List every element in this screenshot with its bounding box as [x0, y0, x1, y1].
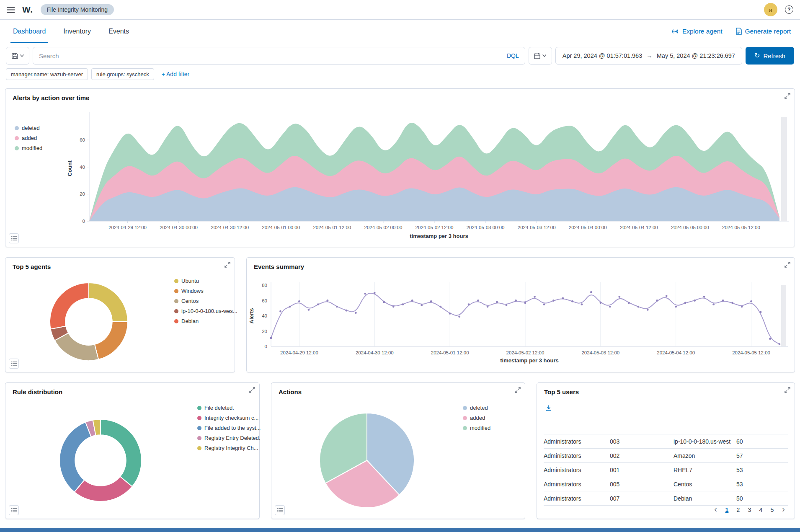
date-picker-button[interactable] — [529, 47, 552, 65]
legend-item[interactable]: deleted — [463, 405, 490, 411]
date-range-start[interactable]: Apr 29, 2024 @ 01:57:01.963 — [563, 52, 642, 59]
page-2-button[interactable]: 2 — [733, 504, 743, 515]
alerts-by-action-area-chart: 02040602024-04-29 12:002024-04-30 00:002… — [5, 89, 795, 247]
add-filter-button[interactable]: + Add filter — [162, 71, 190, 77]
panel-row-2: Top 5 agents UbuntuWindowsCentosip-10-0-… — [5, 257, 795, 372]
expand-icon[interactable] — [224, 261, 231, 269]
chevron-left-icon[interactable]: ‹ — [710, 504, 721, 515]
svg-text:2024-05-05 00:00: 2024-05-05 00:00 — [671, 225, 709, 230]
legend-toggle-icon[interactable] — [9, 505, 19, 515]
legend-item[interactable]: Windows — [174, 288, 237, 294]
help-icon[interactable]: ? — [785, 5, 793, 14]
legend-item[interactable]: modified — [463, 425, 490, 431]
svg-text:40: 40 — [262, 313, 267, 318]
legend-swatch-icon — [15, 136, 19, 140]
legend-item[interactable]: Ubuntu — [174, 278, 237, 284]
svg-text:2024-05-03 12:00: 2024-05-03 12:00 — [581, 350, 619, 355]
table-cell: Administrators — [544, 452, 610, 459]
module-tabs-bar: Dashboard Inventory Events Explore agent… — [0, 20, 800, 43]
legend-label: ip-10-0-0-180.us-wes... — [181, 308, 237, 314]
legend-toggle-icon[interactable] — [9, 233, 19, 243]
filter-pill-manager-name[interactable]: manager.name: wazuh-server — [6, 68, 88, 80]
panel-top-5-users: Top 5 users Administrators003ip-10-0-0-1… — [537, 382, 795, 519]
expand-icon[interactable] — [249, 387, 255, 395]
table-cell: Administrators — [544, 495, 610, 502]
page-5-button[interactable]: 5 — [767, 504, 777, 515]
legend-toggle-icon[interactable] — [275, 505, 285, 515]
filter-pill-rule-groups[interactable]: rule.groups: syscheck — [91, 68, 154, 80]
explore-agent-link[interactable]: Explore agent — [671, 28, 723, 35]
wazuh-logo[interactable]: W. — [22, 5, 33, 15]
legend-item[interactable]: added — [15, 135, 42, 141]
panel-rule-distribution: Rule distribution File deleted.Integrity… — [5, 382, 260, 519]
legend-item[interactable]: File deleted. — [197, 405, 261, 411]
saved-queries-button[interactable] — [6, 47, 29, 65]
table-row: Administrators001RHEL753 — [544, 463, 788, 477]
table-cell: 50 — [736, 495, 761, 502]
legend-item[interactable]: Debian — [174, 318, 237, 324]
refresh-button[interactable]: ↻ Refresh — [746, 47, 794, 65]
legend-label: Ubuntu — [181, 278, 199, 284]
legend-label: File added to the syst... — [204, 425, 261, 431]
svg-text:20: 20 — [262, 329, 267, 334]
svg-text:0: 0 — [265, 344, 267, 349]
table-row: Administrators002Amazon57 — [544, 449, 788, 463]
legend-item[interactable]: File added to the syst... — [197, 425, 261, 431]
table-cell: RHEL7 — [674, 467, 736, 473]
expand-icon[interactable] — [784, 387, 791, 395]
svg-text:2024-05-05 12:00: 2024-05-05 12:00 — [732, 350, 770, 355]
panel-title: Rule distribution — [13, 388, 62, 395]
actions-pie-chart[interactable] — [319, 412, 415, 509]
breadcrumb[interactable]: File Integrity Monitoring — [41, 4, 114, 15]
chart-legend: deletedaddedmodified — [15, 125, 42, 151]
legend-swatch-icon — [174, 299, 178, 303]
legend-item[interactable]: Centos — [174, 298, 237, 304]
tab-dashboard[interactable]: Dashboard — [10, 20, 48, 43]
panel-title: Top 5 users — [544, 388, 579, 395]
expand-icon[interactable] — [784, 93, 791, 101]
legend-item[interactable]: Registry Integrity Ch... — [197, 445, 261, 451]
legend-item[interactable]: added — [463, 415, 490, 421]
svg-text:timestamp per 3 hours: timestamp per 3 hours — [410, 233, 468, 239]
panel-title: Alerts by action over time — [13, 94, 89, 101]
svg-text:2024-05-02 00:00: 2024-05-02 00:00 — [364, 225, 403, 230]
tab-inventory[interactable]: Inventory — [61, 20, 93, 43]
generate-report-link[interactable]: Generate report — [736, 28, 791, 35]
page-4-button[interactable]: 4 — [756, 504, 766, 515]
legend-toggle-icon[interactable] — [9, 359, 19, 369]
rule-distribution-donut-chart[interactable] — [59, 418, 142, 502]
download-icon[interactable] — [545, 405, 552, 413]
date-range-display[interactable]: Apr 29, 2024 @ 01:57:01.963 → May 5, 202… — [555, 47, 742, 65]
events-summary-line-chart: 2024-04-29 12:002024-04-30 12:002024-05-… — [247, 258, 795, 372]
search-input[interactable] — [39, 52, 503, 59]
svg-text:2024-04-30 00:00: 2024-04-30 00:00 — [160, 225, 198, 230]
legend-item[interactable]: Registry Entry Deleted. — [197, 435, 261, 441]
query-language-selector[interactable]: DQL — [507, 52, 519, 59]
menu-icon[interactable] — [7, 7, 15, 13]
page-1-button[interactable]: 1 — [722, 504, 732, 515]
legend-item[interactable]: Integrity checksum c... — [197, 415, 261, 421]
avatar[interactable]: a — [764, 3, 777, 16]
tab-events[interactable]: Events — [106, 20, 132, 43]
chevron-right-icon[interactable]: › — [778, 504, 789, 515]
expand-icon[interactable] — [514, 387, 521, 395]
svg-text:2024-05-02 12:00: 2024-05-02 12:00 — [506, 350, 545, 355]
chevron-down-icon — [20, 54, 24, 57]
date-range-end[interactable]: May 5, 2024 @ 21:23:26.697 — [657, 52, 735, 59]
calendar-icon — [534, 53, 540, 59]
svg-text:60: 60 — [80, 137, 85, 142]
filter-bar: manager.name: wazuh-server rule.groups: … — [0, 65, 800, 80]
header-actions: Explore agent Generate report — [671, 20, 796, 43]
svg-text:2024-05-05 12:00: 2024-05-05 12:00 — [722, 225, 760, 230]
svg-text:2024-04-29 12:00: 2024-04-29 12:00 — [108, 225, 147, 230]
page-3-button[interactable]: 3 — [744, 504, 755, 515]
tabs: Dashboard Inventory Events — [4, 20, 138, 43]
table-cell: 003 — [610, 438, 674, 445]
table-cell: Administrators — [544, 481, 610, 488]
expand-icon[interactable] — [784, 261, 791, 269]
legend-item[interactable]: modified — [15, 145, 42, 151]
chart-legend: UbuntuWindowsCentosip-10-0-0-180.us-wes.… — [174, 278, 237, 324]
legend-item[interactable]: ip-10-0-0-180.us-wes... — [174, 308, 237, 314]
top-agents-donut-chart[interactable] — [49, 282, 129, 362]
legend-item[interactable]: deleted — [15, 125, 42, 131]
